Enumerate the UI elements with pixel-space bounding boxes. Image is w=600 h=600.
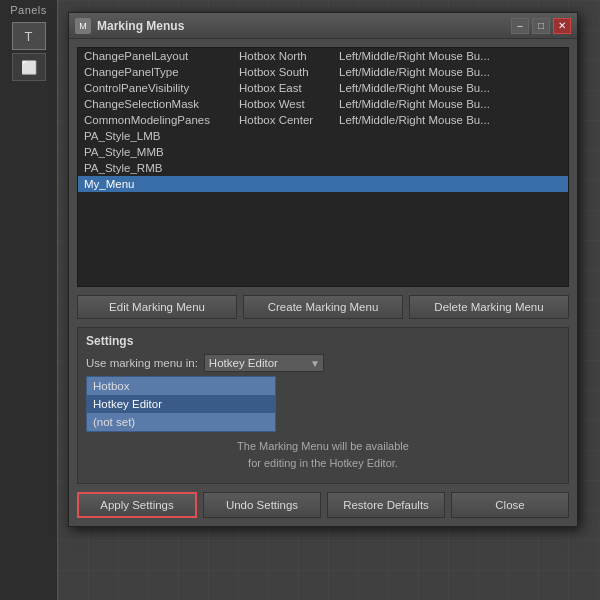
panels-label: Panels [10,4,47,16]
close-dialog-button[interactable]: Close [451,492,569,518]
bottom-buttons-row: Apply Settings Undo Settings Restore Def… [77,492,569,518]
list-item[interactable]: PA_Style_MMB [78,144,568,160]
list-item[interactable]: CommonModelingPanes Hotbox Center Left/M… [78,112,568,128]
dropdown-item-hotkey-editor[interactable]: Hotkey Editor [87,395,275,413]
list-item[interactable]: ChangePanelLayout Hotbox North Left/Midd… [78,48,568,64]
list-item-my-menu[interactable]: My_Menu [78,176,568,192]
edit-marking-menu-button[interactable]: Edit Marking Menu [77,295,237,319]
apply-settings-button[interactable]: Apply Settings [77,492,197,518]
list-item[interactable]: ChangePanelType Hotbox South Left/Middle… [78,64,568,80]
dialog-title: Marking Menus [97,19,511,33]
undo-settings-button[interactable]: Undo Settings [203,492,321,518]
dropdown-item-not-set[interactable]: (not set) [87,413,275,431]
select-wrapper: Hotbox Hotkey Editor (not set) ▼ [204,354,324,372]
settings-section: Settings Use marking menu in: Hotbox Hot… [77,327,569,484]
marking-menus-dialog: M Marking Menus – □ ✕ ChangePanelLayout … [68,12,578,527]
use-marking-menu-label: Use marking menu in: [86,357,198,369]
panels-sidebar: Panels T ⬜ [0,0,58,600]
list-item[interactable]: PA_Style_LMB [78,128,568,144]
info-line1: The Marking Menu will be available [237,440,409,452]
maximize-button[interactable]: □ [532,18,550,34]
list-item[interactable]: ControlPaneVisibility Hotbox East Left/M… [78,80,568,96]
settings-use-row: Use marking menu in: Hotbox Hotkey Edito… [86,354,560,372]
info-text: The Marking Menu will be available for e… [86,438,560,471]
delete-marking-menu-button[interactable]: Delete Marking Menu [409,295,569,319]
use-marking-menu-select[interactable]: Hotbox Hotkey Editor (not set) [204,354,324,372]
dialog-title-icon: M [75,18,91,34]
action-buttons-row: Edit Marking Menu Create Marking Menu De… [77,295,569,319]
dropdown-list[interactable]: Hotbox Hotkey Editor (not set) [86,376,276,432]
title-bar-buttons: – □ ✕ [511,18,571,34]
create-marking-menu-button[interactable]: Create Marking Menu [243,295,403,319]
minimize-button[interactable]: – [511,18,529,34]
restore-defaults-button[interactable]: Restore Defaults [327,492,445,518]
dialog-title-bar[interactable]: M Marking Menus – □ ✕ [69,13,577,39]
panel-icon-grid[interactable]: ⬜ [12,53,46,81]
dialog-body: ChangePanelLayout Hotbox North Left/Midd… [69,39,577,526]
menu-list[interactable]: ChangePanelLayout Hotbox North Left/Midd… [77,47,569,287]
dropdown-item-hotbox[interactable]: Hotbox [87,377,275,395]
info-line2: for editing in the Hotkey Editor. [248,457,398,469]
main-area: M Marking Menus – □ ✕ ChangePanelLayout … [58,0,600,600]
panel-icon-t[interactable]: T [12,22,46,50]
close-window-button[interactable]: ✕ [553,18,571,34]
list-item[interactable]: ChangeSelectionMask Hotbox West Left/Mid… [78,96,568,112]
list-item[interactable]: PA_Style_RMB [78,160,568,176]
settings-title: Settings [86,334,560,348]
